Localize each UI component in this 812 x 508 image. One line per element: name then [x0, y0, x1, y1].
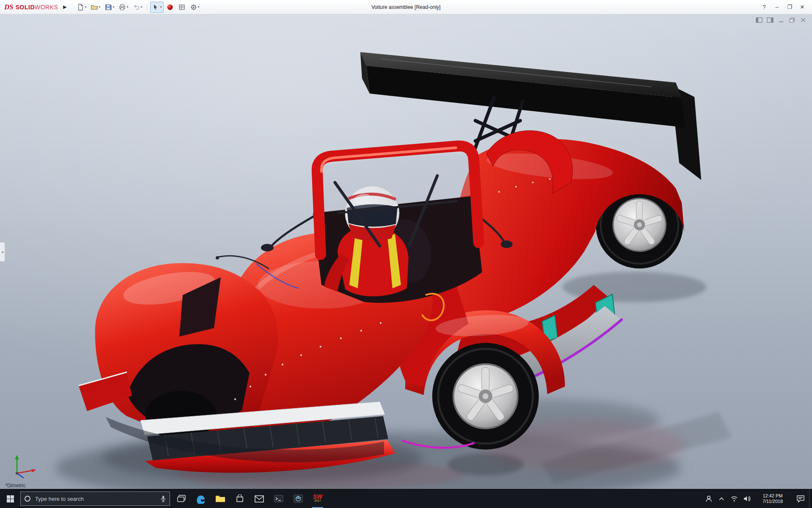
table-icon [178, 3, 186, 11]
show-desktop-button[interactable] [809, 489, 812, 508]
task-view-icon [177, 495, 186, 502]
action-center-icon [797, 495, 804, 502]
solidworks-app-year: 2017 [314, 499, 321, 503]
command-prompt-button[interactable] [269, 489, 288, 508]
solidworks-app-label: SW [313, 494, 323, 499]
feature-tree-collapse-tab[interactable]: ◂ [0, 242, 5, 262]
evaluate-button[interactable] [176, 2, 187, 13]
help-button[interactable]: ? [758, 2, 771, 13]
mail-button[interactable] [250, 489, 269, 508]
options-button[interactable]: ▾ [188, 2, 201, 13]
file-explorer-icon [215, 494, 225, 503]
open-button[interactable]: ▾ [89, 2, 102, 13]
command-prompt-icon [274, 495, 283, 502]
undo-icon [132, 3, 140, 11]
file-explorer-button[interactable] [211, 489, 230, 508]
volume-icon [743, 495, 751, 502]
orientation-label: *Dimetric [5, 483, 26, 489]
save-icon [104, 3, 112, 11]
graphics-viewport[interactable]: ◂ [0, 14, 812, 489]
dropdown-arrow-icon: ▾ [198, 6, 200, 9]
dropdown-arrow-icon: ▾ [112, 6, 114, 9]
undo-button[interactable]: ▾ [131, 2, 144, 13]
dock-left-icon[interactable] [755, 17, 763, 25]
action-center-button[interactable] [792, 489, 809, 508]
tray-date: 7/11/2018 [763, 499, 783, 504]
brand-solid: SOLID [16, 4, 35, 11]
brand-works: WORKS [35, 4, 58, 11]
store-icon [236, 494, 244, 503]
maximize-button[interactable]: ❐ [783, 2, 796, 13]
right-mirror [501, 240, 513, 248]
viewport-canvas[interactable] [0, 14, 812, 489]
volume-button[interactable] [741, 489, 753, 508]
mail-icon [255, 495, 264, 502]
ds-logo-icon: DS [4, 3, 14, 11]
restore-doc-icon[interactable] [788, 17, 796, 25]
dropdown-arrow-icon: ▾ [85, 6, 86, 9]
window-controls: ? – ❐ ✕ [758, 2, 812, 13]
dock-right-icon[interactable] [766, 17, 774, 25]
toolbar-separator [147, 3, 147, 11]
microphone-icon[interactable] [160, 495, 166, 502]
system-tray: 12:42 PM 7/11/2018 [702, 489, 812, 508]
edge-button[interactable] [191, 489, 211, 508]
people-icon [705, 495, 713, 502]
solidworks-app-button[interactable]: SW 2017 [308, 489, 327, 508]
taskbar: SW 2017 12:42 PM 7/11/2018 [0, 489, 812, 508]
orientation-triad-icon [11, 449, 41, 478]
window-title: Voiture assemblee [Read-only] [371, 4, 440, 10]
open-folder-icon [91, 3, 98, 11]
brand-text: SOLIDWORKS [16, 4, 58, 11]
select-cursor-icon [152, 3, 159, 11]
titlebar: DS SOLIDWORKS ▶ ▾ ▾ ▾ ▾ ▾ ▾ [0, 0, 812, 14]
chevron-up-icon [719, 497, 724, 500]
new-document-button[interactable]: ▾ [75, 2, 88, 13]
dropdown-arrow-icon: ▾ [160, 6, 162, 9]
menu-expand-button[interactable]: ▶ [60, 4, 69, 10]
windows-logo-icon [7, 495, 14, 502]
network-button[interactable] [728, 489, 741, 508]
cube-3d-icon [294, 494, 303, 503]
dropdown-arrow-icon: ▾ [99, 6, 100, 9]
appearance-button[interactable] [165, 2, 176, 13]
print-icon [118, 3, 126, 11]
standard-toolbar: ▾ ▾ ▾ ▾ ▾ ▾ ▾ [75, 2, 201, 13]
front-right-wheel [432, 343, 539, 450]
appearance-sphere-icon [166, 3, 174, 11]
task-view-button[interactable] [172, 489, 191, 508]
dropdown-arrow-icon: ▾ [140, 6, 142, 9]
solidworks-app-icon: SW 2017 [313, 494, 323, 503]
print-button[interactable]: ▾ [117, 2, 130, 13]
viewer-3d-button[interactable] [288, 489, 308, 508]
select-tool-button[interactable]: ▾ [150, 2, 163, 13]
left-mirror [261, 244, 274, 251]
search-input[interactable] [34, 495, 157, 502]
dropdown-arrow-icon: ▾ [126, 6, 128, 9]
tray-expand-button[interactable] [715, 489, 728, 508]
tray-time: 12:42 PM [763, 493, 782, 499]
solidworks-logo: DS SOLIDWORKS [0, 3, 60, 11]
close-button[interactable]: ✕ [796, 2, 809, 13]
save-button[interactable]: ▾ [103, 2, 116, 13]
document-window-controls [755, 17, 807, 25]
close-doc-icon[interactable] [799, 17, 807, 25]
edge-icon [196, 494, 206, 504]
taskbar-search[interactable] [20, 491, 170, 506]
store-button[interactable] [230, 489, 250, 508]
clock[interactable]: 12:42 PM 7/11/2018 [753, 489, 792, 508]
start-button[interactable] [0, 489, 20, 508]
network-icon [730, 496, 738, 502]
minimize-doc-icon[interactable] [777, 17, 785, 25]
new-document-icon [77, 3, 84, 11]
people-button[interactable] [702, 489, 715, 508]
minimize-button[interactable]: – [771, 2, 783, 13]
gear-icon [190, 3, 198, 11]
cortana-icon [24, 495, 31, 502]
